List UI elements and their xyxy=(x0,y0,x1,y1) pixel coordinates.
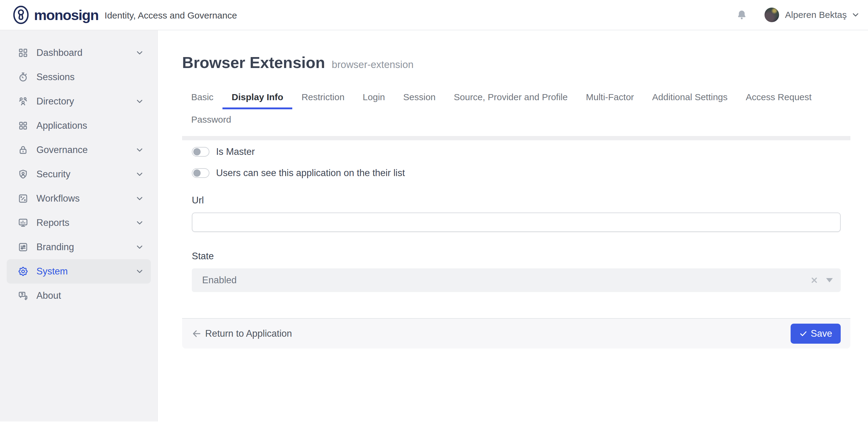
tab-bar: Basic Display Info Restriction Login Ses… xyxy=(182,87,838,132)
tab-source-provider-profile[interactable]: Source, Provider and Profile xyxy=(445,87,577,109)
form-footer: Return to Application Save xyxy=(182,318,850,349)
chevron-down-icon xyxy=(135,145,144,154)
chevron-down-icon xyxy=(135,194,144,203)
select-caret-down-icon[interactable] xyxy=(826,278,833,282)
sidebar-item-label: Applications xyxy=(36,120,87,131)
sidebar-item-label: System xyxy=(36,266,68,277)
arrow-left-icon xyxy=(192,329,202,338)
page-title: Browser Extension xyxy=(182,54,325,72)
toggle-knob xyxy=(193,170,200,177)
top-header: monosign Identity, Access and Governance… xyxy=(0,0,868,30)
state-select-value: Enabled xyxy=(202,275,237,286)
sidebar-nav: Dashboard Sessions Directory Applicatio xyxy=(0,30,158,421)
sidebar-item-branding[interactable]: Branding xyxy=(0,235,157,259)
clear-icon[interactable] xyxy=(810,276,819,285)
governance-lock-icon xyxy=(18,145,29,155)
tab-password[interactable]: Password xyxy=(182,109,240,132)
reports-icon xyxy=(18,217,29,228)
chevron-down-icon xyxy=(135,170,144,179)
return-to-application-label: Return to Application xyxy=(205,328,292,339)
state-field-label: State xyxy=(192,251,841,262)
tab-display-info[interactable]: Display Info xyxy=(222,87,292,109)
sidebar-item-label: Workflows xyxy=(36,193,80,204)
tab-login[interactable]: Login xyxy=(353,87,394,109)
tab-additional-settings[interactable]: Additional Settings xyxy=(643,87,737,109)
sidebar-item-applications[interactable]: Applications xyxy=(0,114,157,138)
chevron-down-icon xyxy=(135,218,144,228)
tab-restriction[interactable]: Restriction xyxy=(292,87,353,109)
sidebar-item-workflows[interactable]: Workflows xyxy=(0,186,157,211)
user-visibility-toggle-row: Users can see this application on the th… xyxy=(192,163,841,183)
is-master-toggle[interactable] xyxy=(192,147,209,157)
brand-name: monosign xyxy=(34,7,99,23)
sidebar-item-security[interactable]: Security xyxy=(0,162,157,186)
toggle-label: Is Master xyxy=(216,146,255,157)
sidebar-item-label: Governance xyxy=(36,145,88,155)
sidebar-item-dashboard[interactable]: Dashboard xyxy=(0,41,157,65)
branding-sliders-icon xyxy=(18,242,29,252)
brand-tagline: Identity, Access and Governance xyxy=(105,10,237,21)
chevron-down-icon xyxy=(135,48,144,57)
sessions-icon xyxy=(18,72,29,83)
security-shield-icon xyxy=(18,169,29,180)
applications-icon xyxy=(18,120,29,131)
is-master-toggle-row: Is Master xyxy=(192,142,841,161)
workflows-icon xyxy=(18,193,29,204)
tab-multi-factor[interactable]: Multi-Factor xyxy=(577,87,643,109)
system-gear-icon xyxy=(18,266,29,277)
sidebar-item-directory[interactable]: Directory xyxy=(0,89,157,114)
sidebar-item-label: Security xyxy=(36,169,70,180)
sidebar-item-about[interactable]: About xyxy=(0,283,157,308)
check-icon xyxy=(799,329,808,338)
notifications-bell-icon[interactable] xyxy=(736,9,747,21)
sidebar-item-governance[interactable]: Governance xyxy=(0,138,157,162)
directory-icon xyxy=(18,96,29,107)
main-content: Browser Extension browser-extension Basi… xyxy=(158,30,868,421)
user-avatar[interactable] xyxy=(765,8,779,22)
sidebar-item-system[interactable]: System xyxy=(7,259,151,283)
url-field-label: Url xyxy=(192,195,841,206)
user-visibility-toggle[interactable] xyxy=(192,168,209,178)
save-button[interactable]: Save xyxy=(790,324,841,344)
sidebar-item-label: Directory xyxy=(36,96,74,107)
sidebar-item-label: Sessions xyxy=(36,72,75,83)
sidebar-item-label: Reports xyxy=(36,217,69,228)
chevron-down-icon xyxy=(135,97,144,106)
tabs-divider xyxy=(182,136,850,140)
save-button-label: Save xyxy=(811,328,832,339)
sidebar-item-label: About xyxy=(36,290,61,301)
tab-session[interactable]: Session xyxy=(394,87,445,109)
return-to-application-link[interactable]: Return to Application xyxy=(192,328,292,339)
toggle-label: Users can see this application on the th… xyxy=(216,168,405,179)
sidebar-item-label: Dashboard xyxy=(36,48,83,58)
dashboard-icon xyxy=(18,48,29,58)
state-select[interactable]: Enabled xyxy=(192,268,841,292)
user-name[interactable]: Alperen Bektaş xyxy=(785,10,847,20)
page-subtitle: browser-extension xyxy=(332,59,414,70)
sidebar-item-reports[interactable]: Reports xyxy=(0,211,157,235)
user-menu-chevron-down-icon[interactable] xyxy=(851,10,860,20)
chevron-down-icon xyxy=(135,243,144,252)
sidebar-item-sessions[interactable]: Sessions xyxy=(0,65,157,89)
about-help-bubbles-icon xyxy=(18,290,29,301)
tab-access-request[interactable]: Access Request xyxy=(737,87,820,109)
tab-basic[interactable]: Basic xyxy=(182,87,222,109)
monosign-logo-icon xyxy=(12,5,30,25)
url-input[interactable] xyxy=(192,213,841,232)
sidebar-item-label: Branding xyxy=(36,242,74,252)
chevron-down-icon xyxy=(135,267,144,276)
toggle-knob xyxy=(193,148,200,155)
